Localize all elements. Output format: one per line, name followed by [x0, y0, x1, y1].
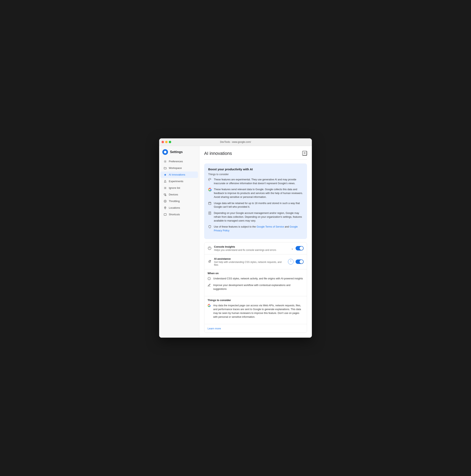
ai-assistance-actions: ⌃ [288, 259, 304, 265]
devices-label: Devices [169, 193, 178, 196]
info-item-4: Depending on your Google account managem… [208, 211, 303, 222]
ai-innovations-label: AI innovations [169, 173, 185, 176]
locations-label: Locations [169, 206, 180, 209]
ai-assistance-chevron-up-button[interactable]: ⌃ [288, 259, 294, 265]
when-on-item-1-text: Understand CSS styles, network activity,… [213, 277, 303, 281]
sidebar-item-devices[interactable]: Devices [160, 191, 198, 198]
svg-rect-7 [165, 195, 166, 196]
page-title: AI innovations [204, 151, 232, 156]
minimize-traffic-light[interactable] [165, 141, 168, 143]
console-insights-row: Console Insights Helps you understand an… [204, 242, 307, 255]
sidebar-item-shortcuts[interactable]: Shortcuts [160, 211, 198, 218]
svg-rect-16 [209, 202, 211, 204]
sidebar-item-locations[interactable]: Locations [160, 205, 198, 211]
main-content: AI innovations × Boost your productivity… [199, 146, 312, 338]
experiments-label: Experiments [169, 180, 183, 183]
learn-more-section: Learn more [204, 324, 307, 333]
feature-card: Console Insights Helps you understand an… [204, 242, 307, 333]
ai-considerations-section: Things to consider Any data the inspecte… [204, 296, 307, 324]
when-on-item-1: Understand CSS styles, network activity,… [208, 277, 304, 281]
info-item-3: Usage data will be retained for up to 18… [208, 202, 303, 209]
main-header: AI innovations × [204, 151, 307, 159]
pencil-icon [208, 284, 211, 288]
sidebar-item-ignore-list[interactable]: Ignore list [160, 185, 198, 191]
ai-assistance-row: AI assistance Get help with understandin… [204, 255, 307, 269]
ignore-list-label: Ignore list [169, 186, 180, 189]
svg-rect-6 [164, 194, 166, 195]
info-item-1: These features are experimental. They us… [208, 178, 303, 185]
svg-point-9 [165, 201, 166, 202]
throttling-icon [164, 200, 167, 203]
info-item-3-text: Usage data will be retained for up to 18… [214, 202, 303, 209]
preferences-label: Preferences [169, 160, 183, 163]
console-insights-title: Console Insights [214, 245, 289, 248]
terms-link[interactable]: Google Terms of Service [257, 225, 284, 228]
svg-point-1 [165, 161, 166, 162]
sidebar-nav: Preferences Workspace [159, 158, 199, 218]
svg-point-10 [165, 207, 166, 208]
when-on-title: When on [208, 272, 304, 275]
info-item-5-text: Use of these features is subject to the … [214, 225, 303, 233]
info-box: Boost your productivity with AI Things t… [204, 164, 307, 239]
info-item-1-text: These features are experimental. They us… [214, 178, 303, 185]
traffic-lights [161, 141, 171, 143]
when-on-item-2: Improve your development workflow with c… [208, 283, 304, 291]
info-box-subtitle: Things to consider [208, 173, 303, 176]
close-traffic-light[interactable] [161, 141, 164, 143]
settings-window: DevTools - www.google.com/ Settings [159, 138, 312, 338]
google-icon-1 [208, 188, 212, 199]
content-area: Settings Preferences [159, 146, 312, 338]
console-insights-content: Console Insights Helps you understand an… [214, 245, 289, 252]
svg-point-8 [164, 200, 166, 203]
titlebar: DevTools - www.google.com/ [159, 138, 312, 146]
sidebar: Settings Preferences [159, 146, 199, 338]
document-icon [208, 211, 212, 222]
window-title: DevTools - www.google.com/ [220, 141, 251, 143]
shield-icon [208, 225, 212, 233]
when-on-item-2-text: Improve your development workflow with c… [213, 283, 304, 291]
console-insights-actions: ⌄ [291, 246, 304, 251]
shortcuts-icon [164, 213, 167, 216]
sidebar-item-throttling[interactable]: Throttling [160, 198, 198, 204]
experiments-icon [164, 180, 167, 183]
sidebar-item-ai-innovations[interactable]: AI innovations [160, 171, 198, 178]
ai-innovations-icon [164, 173, 167, 176]
ai-assistance-title: AI assistance [214, 257, 286, 260]
megaphone-icon [208, 178, 212, 185]
ignore-list-icon [164, 186, 167, 190]
throttling-label: Throttling [169, 200, 180, 203]
google-icon-2 [208, 304, 211, 308]
svg-rect-11 [164, 214, 166, 215]
workspace-label: Workspace [169, 167, 182, 170]
info-circle-icon [208, 277, 211, 281]
info-box-title: Boost your productivity with AI [208, 168, 303, 171]
ai-assistance-icon [208, 260, 211, 264]
sidebar-item-workspace[interactable]: Workspace [160, 165, 198, 171]
sidebar-title: Settings [170, 150, 183, 154]
locations-icon [164, 206, 167, 209]
maximize-traffic-light[interactable] [169, 141, 171, 143]
settings-logo-icon [162, 149, 168, 155]
ai-considerations-title: Things to consider [208, 299, 304, 302]
close-button[interactable]: × [302, 151, 307, 156]
info-item-2-text: These features send relevant data to Goo… [214, 187, 303, 199]
ai-assistance-content: AI assistance Get help with understandin… [214, 257, 286, 266]
preferences-icon [164, 160, 167, 163]
ai-consideration-item-1: Any data the inspected page can access v… [208, 304, 304, 319]
info-item-4-text: Depending on your Google account managem… [214, 211, 303, 222]
console-insights-chevron-down-icon[interactable]: ⌄ [291, 246, 294, 250]
sidebar-item-experiments[interactable]: Experiments [160, 178, 198, 185]
ai-assistance-desc: Get help with understanding CSS styles, … [214, 261, 286, 266]
sidebar-item-preferences[interactable]: Preferences [160, 158, 198, 165]
devices-icon [164, 193, 167, 196]
console-insights-toggle[interactable] [296, 246, 304, 251]
sidebar-header: Settings [159, 149, 199, 158]
ai-consideration-item-1-text: Any data the inspected page can access v… [213, 304, 304, 319]
ai-assistance-toggle[interactable] [296, 259, 304, 264]
info-item-2: These features send relevant data to Goo… [208, 187, 303, 199]
learn-more-link[interactable]: Learn more [208, 327, 221, 330]
privacy-link[interactable]: Google Privacy Policy [214, 225, 297, 232]
console-insights-icon [208, 246, 211, 250]
calendar-icon [208, 202, 212, 209]
console-insights-desc: Helps you understand and fix console war… [214, 249, 289, 252]
